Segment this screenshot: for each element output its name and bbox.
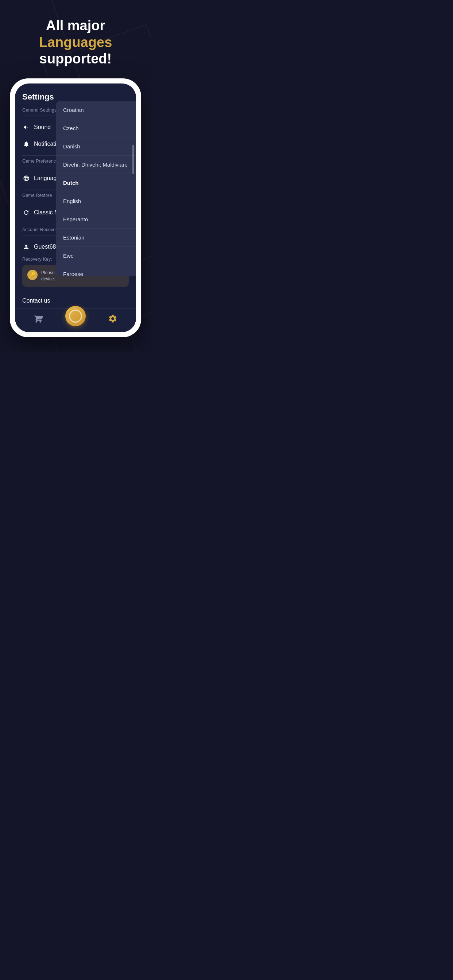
header-section: All major Languages supported! — [0, 0, 151, 78]
sound-icon — [22, 123, 30, 131]
classic-mode-icon — [22, 208, 30, 216]
language-icon — [22, 174, 30, 182]
sound-label: Sound — [34, 124, 51, 130]
dropdown-item-english[interactable]: English — [56, 192, 136, 210]
dropdown-item-divehi--dhivehi--maldivian-[interactable]: Divehi; Dhivehi; Maldivian; — [56, 156, 136, 174]
dropdown-item-estonian[interactable]: Estonian — [56, 229, 136, 247]
dropdown-item-ewe[interactable]: Ewe — [56, 247, 136, 265]
header-highlight-text: Languages — [39, 35, 112, 50]
guest-icon — [22, 243, 30, 251]
dropdown-item-croatian[interactable]: Croatian — [56, 101, 136, 119]
contact-us-label: Contact us — [22, 298, 50, 304]
header-title: All major Languages supported! — [11, 18, 140, 67]
center-nav-button[interactable] — [65, 306, 86, 326]
divider-8 — [22, 290, 129, 290]
dropdown-item-dutch[interactable]: Dutch — [56, 174, 136, 192]
settings-nav-icon[interactable] — [108, 314, 118, 326]
language-dropdown[interactable]: CroatianCzechDanishDivehi; Dhivehi; Mald… — [56, 101, 136, 276]
key-icon: 🔑 — [27, 270, 38, 280]
dropdown-item-esperanto[interactable]: Esperanto — [56, 210, 136, 229]
phone-screen: Settings General Settings Sound — [15, 83, 136, 332]
dropdown-item-faroese[interactable]: Faroese — [56, 265, 136, 276]
header-plain-text: All major — [46, 18, 105, 33]
bottom-nav — [15, 309, 136, 332]
header-line2: supported! — [39, 51, 112, 66]
dropdown-item-danish[interactable]: Danish — [56, 137, 136, 156]
dropdown-item-czech[interactable]: Czech — [56, 119, 136, 137]
phone-frame: Settings General Settings Sound — [10, 78, 141, 337]
notifications-icon — [22, 140, 30, 148]
dropdown-scroll-area[interactable]: CroatianCzechDanishDivehi; Dhivehi; Mald… — [56, 101, 136, 276]
settings-title: Settings — [22, 92, 129, 102]
settings-screen: Settings General Settings Sound — [15, 83, 136, 309]
cart-nav-icon[interactable] — [33, 314, 43, 326]
phone-mockup: Settings General Settings Sound — [10, 78, 141, 337]
